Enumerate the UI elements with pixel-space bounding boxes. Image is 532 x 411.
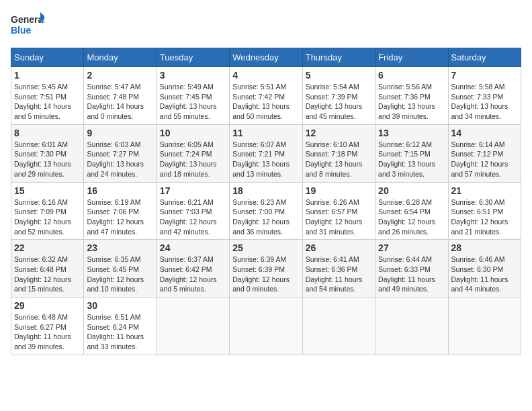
day-number: 11 — [232, 128, 299, 138]
day-number: 22 — [14, 242, 81, 253]
day-number: 14 — [451, 128, 518, 138]
day-number: 10 — [160, 128, 226, 138]
day-cell: 4Sunrise: 5:51 AM Sunset: 7:42 PM Daylig… — [230, 67, 302, 125]
day-info: Sunrise: 6:48 AM Sunset: 6:27 PM Dayligh… — [14, 312, 81, 352]
day-cell: 11Sunrise: 6:07 AM Sunset: 7:21 PM Dayli… — [230, 124, 302, 182]
day-cell — [230, 298, 302, 355]
day-number: 27 — [378, 242, 445, 253]
day-number: 4 — [232, 70, 299, 81]
day-info: Sunrise: 6:01 AM Sunset: 7:30 PM Dayligh… — [14, 140, 81, 179]
svg-text:General: General — [11, 14, 44, 25]
day-info: Sunrise: 5:58 AM Sunset: 7:33 PM Dayligh… — [451, 82, 518, 122]
week-row-1: 8Sunrise: 6:01 AM Sunset: 7:30 PM Daylig… — [11, 124, 521, 182]
day-number: 19 — [306, 185, 372, 196]
day-cell — [375, 298, 448, 355]
day-number: 6 — [378, 70, 445, 81]
day-cell — [302, 298, 375, 355]
day-cell: 23Sunrise: 6:35 AM Sunset: 6:45 PM Dayli… — [84, 240, 157, 298]
day-info: Sunrise: 6:37 AM Sunset: 6:42 PM Dayligh… — [160, 255, 226, 294]
day-cell: 8Sunrise: 6:01 AM Sunset: 7:30 PM Daylig… — [11, 124, 84, 182]
header: General Blue — [11, 11, 521, 41]
day-cell: 1Sunrise: 5:45 AM Sunset: 7:51 PM Daylig… — [11, 67, 84, 125]
day-info: Sunrise: 5:45 AM Sunset: 7:51 PM Dayligh… — [14, 82, 81, 122]
week-row-4: 29Sunrise: 6:48 AM Sunset: 6:27 PM Dayli… — [11, 298, 521, 355]
day-cell: 21Sunrise: 6:30 AM Sunset: 6:51 PM Dayli… — [448, 182, 521, 240]
day-number: 12 — [306, 128, 372, 138]
day-number: 28 — [451, 242, 518, 253]
day-number: 26 — [306, 242, 372, 253]
day-number: 23 — [87, 242, 153, 253]
day-cell: 14Sunrise: 6:14 AM Sunset: 7:12 PM Dayli… — [448, 124, 521, 182]
day-cell: 5Sunrise: 5:54 AM Sunset: 7:39 PM Daylig… — [302, 67, 375, 125]
day-cell: 3Sunrise: 5:49 AM Sunset: 7:45 PM Daylig… — [157, 67, 229, 125]
day-info: Sunrise: 6:28 AM Sunset: 6:54 PM Dayligh… — [378, 197, 445, 237]
day-cell: 6Sunrise: 5:56 AM Sunset: 7:36 PM Daylig… — [375, 67, 448, 125]
day-cell: 7Sunrise: 5:58 AM Sunset: 7:33 PM Daylig… — [448, 67, 521, 125]
day-info: Sunrise: 6:12 AM Sunset: 7:15 PM Dayligh… — [378, 140, 445, 179]
day-number: 21 — [451, 185, 518, 196]
day-cell: 17Sunrise: 6:21 AM Sunset: 7:03 PM Dayli… — [157, 182, 229, 240]
col-header-wednesday: Wednesday — [230, 48, 302, 67]
day-info: Sunrise: 5:49 AM Sunset: 7:45 PM Dayligh… — [160, 82, 226, 122]
day-number: 9 — [87, 128, 153, 138]
col-header-monday: Monday — [84, 48, 157, 67]
col-header-friday: Friday — [375, 48, 448, 67]
day-number: 20 — [378, 185, 445, 196]
day-cell: 24Sunrise: 6:37 AM Sunset: 6:42 PM Dayli… — [157, 240, 229, 298]
logo-svg: General Blue — [11, 11, 44, 41]
day-number: 24 — [160, 242, 226, 253]
day-number: 16 — [87, 185, 153, 196]
day-info: Sunrise: 6:07 AM Sunset: 7:21 PM Dayligh… — [232, 140, 299, 179]
day-number: 8 — [14, 128, 81, 138]
day-info: Sunrise: 6:41 AM Sunset: 6:36 PM Dayligh… — [306, 255, 372, 294]
col-header-saturday: Saturday — [448, 48, 521, 67]
col-header-sunday: Sunday — [11, 48, 84, 67]
day-cell: 16Sunrise: 6:19 AM Sunset: 7:06 PM Dayli… — [84, 182, 157, 240]
week-row-0: 1Sunrise: 5:45 AM Sunset: 7:51 PM Daylig… — [11, 67, 521, 125]
day-info: Sunrise: 6:30 AM Sunset: 6:51 PM Dayligh… — [451, 197, 518, 237]
day-cell: 2Sunrise: 5:47 AM Sunset: 7:48 PM Daylig… — [84, 67, 157, 125]
col-header-tuesday: Tuesday — [157, 48, 229, 67]
day-number: 18 — [232, 185, 299, 196]
day-cell: 22Sunrise: 6:32 AM Sunset: 6:48 PM Dayli… — [11, 240, 84, 298]
day-number: 17 — [160, 185, 226, 196]
day-info: Sunrise: 6:03 AM Sunset: 7:27 PM Dayligh… — [87, 140, 153, 179]
day-info: Sunrise: 5:56 AM Sunset: 7:36 PM Dayligh… — [378, 82, 445, 122]
day-info: Sunrise: 6:44 AM Sunset: 6:33 PM Dayligh… — [378, 255, 445, 294]
day-info: Sunrise: 6:05 AM Sunset: 7:24 PM Dayligh… — [160, 140, 226, 179]
day-number: 5 — [306, 70, 372, 81]
day-info: Sunrise: 6:16 AM Sunset: 7:09 PM Dayligh… — [14, 197, 81, 237]
day-cell: 10Sunrise: 6:05 AM Sunset: 7:24 PM Dayli… — [157, 124, 229, 182]
day-info: Sunrise: 6:21 AM Sunset: 7:03 PM Dayligh… — [160, 197, 226, 237]
day-info: Sunrise: 6:51 AM Sunset: 6:24 PM Dayligh… — [87, 312, 153, 352]
week-row-2: 15Sunrise: 6:16 AM Sunset: 7:09 PM Dayli… — [11, 182, 521, 240]
day-cell: 27Sunrise: 6:44 AM Sunset: 6:33 PM Dayli… — [375, 240, 448, 298]
day-number: 2 — [87, 70, 153, 81]
day-cell: 13Sunrise: 6:12 AM Sunset: 7:15 PM Dayli… — [375, 124, 448, 182]
day-number: 30 — [87, 300, 153, 311]
day-cell: 26Sunrise: 6:41 AM Sunset: 6:36 PM Dayli… — [302, 240, 375, 298]
day-cell: 28Sunrise: 6:46 AM Sunset: 6:30 PM Dayli… — [448, 240, 521, 298]
day-number: 15 — [14, 185, 81, 196]
logo: General Blue — [11, 11, 44, 41]
calendar-table: SundayMondayTuesdayWednesdayThursdayFrid… — [11, 48, 521, 355]
day-cell: 30Sunrise: 6:51 AM Sunset: 6:24 PM Dayli… — [84, 298, 157, 355]
day-info: Sunrise: 6:39 AM Sunset: 6:39 PM Dayligh… — [232, 255, 299, 294]
day-info: Sunrise: 6:19 AM Sunset: 7:06 PM Dayligh… — [87, 197, 153, 237]
svg-text:Blue: Blue — [11, 25, 32, 36]
day-info: Sunrise: 6:23 AM Sunset: 7:00 PM Dayligh… — [232, 197, 299, 237]
week-row-3: 22Sunrise: 6:32 AM Sunset: 6:48 PM Dayli… — [11, 240, 521, 298]
day-info: Sunrise: 6:26 AM Sunset: 6:57 PM Dayligh… — [306, 197, 372, 237]
day-info: Sunrise: 6:10 AM Sunset: 7:18 PM Dayligh… — [306, 140, 372, 179]
day-cell — [448, 298, 521, 355]
day-cell: 18Sunrise: 6:23 AM Sunset: 7:00 PM Dayli… — [230, 182, 302, 240]
day-number: 7 — [451, 70, 518, 81]
col-header-thursday: Thursday — [302, 48, 375, 67]
day-info: Sunrise: 6:35 AM Sunset: 6:45 PM Dayligh… — [87, 255, 153, 294]
day-info: Sunrise: 6:14 AM Sunset: 7:12 PM Dayligh… — [451, 140, 518, 179]
day-cell: 19Sunrise: 6:26 AM Sunset: 6:57 PM Dayli… — [302, 182, 375, 240]
day-info: Sunrise: 6:46 AM Sunset: 6:30 PM Dayligh… — [451, 255, 518, 294]
day-info: Sunrise: 6:32 AM Sunset: 6:48 PM Dayligh… — [14, 255, 81, 294]
day-cell: 15Sunrise: 6:16 AM Sunset: 7:09 PM Dayli… — [11, 182, 84, 240]
day-cell: 9Sunrise: 6:03 AM Sunset: 7:27 PM Daylig… — [84, 124, 157, 182]
